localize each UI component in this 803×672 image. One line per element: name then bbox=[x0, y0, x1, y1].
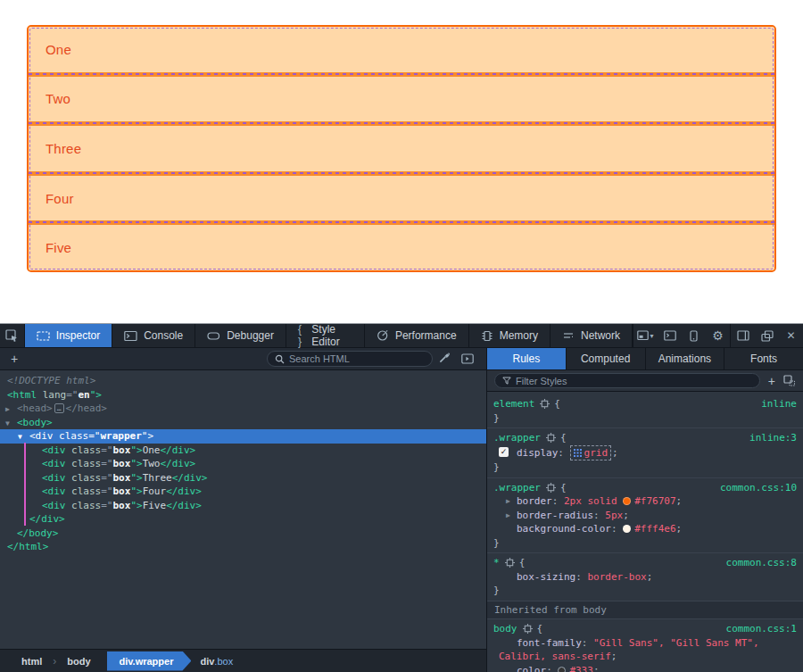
rule-element: element{inline } bbox=[487, 394, 803, 428]
pick-element-button[interactable] bbox=[0, 324, 25, 347]
tab-memory[interactable]: Memory bbox=[469, 324, 551, 347]
collapse-arrow-icon[interactable] bbox=[5, 417, 17, 431]
console-icon bbox=[124, 330, 137, 342]
markup-line-close-body[interactable]: </body> bbox=[0, 527, 486, 541]
highlight-target-icon[interactable] bbox=[505, 558, 515, 568]
tab-label: Network bbox=[581, 329, 620, 342]
rule-selector[interactable]: element bbox=[493, 398, 534, 410]
color-swatch[interactable] bbox=[558, 667, 566, 672]
box-label: Three bbox=[46, 141, 81, 156]
rule-location[interactable]: inline bbox=[761, 397, 797, 411]
tab-label: Memory bbox=[500, 329, 538, 342]
highlight-target-icon[interactable] bbox=[523, 624, 533, 634]
pick-element-icon bbox=[5, 329, 19, 343]
rule-selector[interactable]: * bbox=[493, 557, 500, 568]
inspector-icon bbox=[37, 330, 50, 342]
breadcrumb-item-div-wrapper[interactable]: div.wrapper bbox=[107, 651, 192, 671]
grid-highlighter-toggle[interactable]: grid bbox=[570, 445, 612, 461]
three-pane-toggle-button[interactable] bbox=[456, 353, 479, 364]
markup-line-box[interactable]: <div class="box">Two</div> bbox=[0, 457, 486, 471]
markup-line-box[interactable]: <div class="box">Four</div> bbox=[0, 485, 486, 499]
page-preview: One Two Three Four Five bbox=[0, 0, 803, 323]
rules-view: element{inline } .wrapper{inline:3 ✓ dis… bbox=[487, 392, 803, 672]
close-devtools-button[interactable]: ✕ bbox=[779, 324, 803, 347]
split-console-button[interactable] bbox=[658, 324, 682, 347]
chevron-right-icon: › bbox=[51, 655, 58, 668]
rule-selector[interactable]: .wrapper bbox=[493, 432, 541, 444]
highlight-target-icon[interactable] bbox=[546, 483, 556, 493]
debugger-icon bbox=[207, 330, 220, 342]
network-icon bbox=[562, 330, 575, 341]
markup-line-html-open[interactable]: <html lang="en"> bbox=[0, 388, 486, 402]
class-panel-toggle-button[interactable] bbox=[783, 375, 796, 386]
highlight-target-icon[interactable] bbox=[540, 399, 550, 409]
declaration-border-radius: ▶ border-radius: 5px; bbox=[493, 509, 797, 523]
color-swatch[interactable] bbox=[623, 497, 631, 505]
rule-universal: *{common.css:8 box-sizing: border-box; } bbox=[487, 553, 803, 601]
responsive-mode-button[interactable] bbox=[682, 324, 706, 347]
tab-computed[interactable]: Computed bbox=[567, 348, 646, 369]
responsive-mode-icon bbox=[690, 330, 698, 342]
tab-style-editor[interactable]: { } Style Editor bbox=[286, 324, 365, 347]
color-swatch[interactable] bbox=[623, 525, 631, 533]
markup-line-head[interactable]: <head>…</head> bbox=[0, 402, 486, 416]
markup-line-doctype[interactable]: <!DOCTYPE html> bbox=[0, 374, 486, 388]
separate-window-icon bbox=[761, 330, 774, 342]
expand-declaration-icon[interactable]: ▶ bbox=[506, 494, 510, 509]
markup-line-box[interactable]: <div class="box">Three</div> bbox=[0, 471, 486, 485]
rule-location[interactable]: common.css:1 bbox=[726, 622, 797, 636]
three-pane-toggle-icon bbox=[461, 353, 474, 364]
add-node-button[interactable]: + bbox=[0, 352, 29, 366]
expand-declaration-icon[interactable]: ▶ bbox=[506, 509, 510, 523]
highlight-target-icon[interactable] bbox=[546, 433, 556, 443]
box-label: Two bbox=[46, 91, 70, 106]
rule-body: body{common.css:1 font-family: "Gill San… bbox=[487, 619, 803, 672]
markup-line-box[interactable]: <div class="box">Five</div> bbox=[0, 499, 486, 513]
grid-line-overlay bbox=[29, 171, 774, 176]
filter-styles-input[interactable] bbox=[516, 376, 752, 386]
markup-line-close-div[interactable]: </div> bbox=[0, 512, 486, 527]
rule-selector[interactable]: body bbox=[493, 623, 517, 635]
markup-view: <!DOCTYPE html> <html lang="en"> <head>…… bbox=[0, 370, 486, 649]
sidebar-tabs: Rules Computed Animations Fonts bbox=[487, 348, 803, 370]
add-rule-button[interactable]: + bbox=[768, 375, 775, 387]
tab-animations[interactable]: Animations bbox=[646, 348, 725, 369]
devtools-toolbar-buttons: ▾ ⚙ bbox=[633, 324, 803, 347]
iframe-picker-button[interactable]: ▾ bbox=[633, 324, 658, 347]
tab-network[interactable]: Network bbox=[551, 324, 633, 347]
grid-box-five: Five bbox=[29, 225, 774, 270]
declaration-display-grid: ✓ display: grid; bbox=[493, 445, 797, 461]
rules-pane: Rules Computed Animations Fonts + bbox=[486, 348, 803, 672]
grid-box-one: One bbox=[29, 27, 774, 72]
search-html-input[interactable] bbox=[289, 353, 425, 364]
breadcrumb-item-body[interactable]: body bbox=[58, 656, 99, 667]
tab-performance[interactable]: Performance bbox=[365, 324, 469, 347]
collapsed-content-badge[interactable]: … bbox=[54, 403, 64, 413]
dock-side-button[interactable] bbox=[731, 324, 755, 347]
rule-location[interactable]: common.css:8 bbox=[726, 556, 797, 570]
tab-debugger[interactable]: Debugger bbox=[195, 324, 286, 347]
markup-line-close-html[interactable]: </html> bbox=[0, 540, 486, 554]
breadcrumb-item-div-box[interactable]: div.box bbox=[193, 656, 233, 667]
markup-line-box[interactable]: <div class="box">One</div> bbox=[0, 444, 486, 458]
declaration-checkbox[interactable]: ✓ bbox=[499, 447, 509, 457]
separate-window-button[interactable] bbox=[755, 324, 779, 347]
search-icon bbox=[275, 354, 285, 364]
markup-line-wrapper-selected[interactable]: <div class="wrapper"> bbox=[0, 429, 486, 444]
rule-location[interactable]: inline:3 bbox=[749, 431, 797, 445]
expand-arrow-icon[interactable] bbox=[5, 402, 17, 417]
settings-button[interactable]: ⚙ bbox=[706, 324, 730, 347]
eyedropper-button[interactable] bbox=[433, 353, 456, 365]
search-html-box[interactable] bbox=[267, 351, 433, 367]
rule-selector[interactable]: .wrapper bbox=[493, 482, 541, 494]
rule-location[interactable]: common.css:10 bbox=[720, 481, 797, 495]
tab-console[interactable]: Console bbox=[112, 324, 195, 347]
filter-styles-box[interactable] bbox=[494, 373, 760, 388]
tab-inspector[interactable]: Inspector bbox=[25, 324, 112, 347]
tab-rules[interactable]: Rules bbox=[487, 348, 567, 369]
braces-icon: { } bbox=[298, 323, 305, 348]
tab-fonts[interactable]: Fonts bbox=[724, 348, 803, 369]
markup-line-body-open[interactable]: <body> bbox=[0, 416, 486, 430]
breadcrumb-item-html[interactable]: html bbox=[12, 656, 51, 667]
tab-label: Debugger bbox=[227, 329, 274, 342]
